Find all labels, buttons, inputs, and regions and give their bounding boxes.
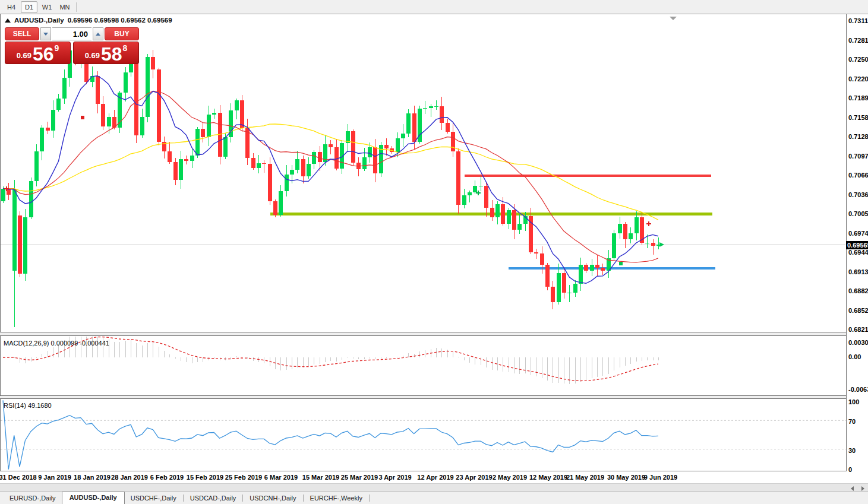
time-axis-label: 30 May 2019 [607,474,645,481]
macd-pane[interactable] [0,336,847,396]
macd-axis-label: -0.006311 [848,386,868,393]
current-price-tag: 0.69569 [846,241,868,249]
sell-price-tile[interactable]: 0.69 56 9 [5,42,71,64]
sell-button[interactable]: SELL [5,27,39,40]
timeframe-button-d1[interactable]: D1 [21,1,37,13]
price-axis-label: 0.72505 [848,56,868,63]
bottom-scroll-strip [0,483,868,492]
chart-tab-eurchf[interactable]: EURCHF-,Weekly [304,493,368,504]
chart-symbol-label: AUDUSD-,Daily [14,17,64,24]
rsi-axis-label: 30 [848,447,856,454]
price-axis-label: 0.68520 [848,307,868,314]
time-axis-label: 15 Mar 2019 [302,474,339,481]
macd-axis-label: 0.003035 [848,339,868,346]
volume-input[interactable] [52,27,91,40]
buy-price-base: 0.69 [85,51,100,60]
timeframe-button-h4[interactable]: H4 [3,1,20,13]
time-axis-label: 9 Jan 2019 [38,474,71,481]
toolbar-separator [76,2,77,12]
tab-separator [242,495,243,502]
time-axis-label: 15 Feb 2019 [187,474,223,481]
one-click-trading-panel: SELL BUY 0.69 56 9 0.69 58 8 [5,27,139,64]
rsi-pane[interactable] [0,399,847,471]
price-axis-label: 0.71890 [848,94,868,102]
macd-axis-label: 0.00 [848,353,861,360]
chart-tab-eurusd[interactable]: EURUSD-,Daily [4,493,62,504]
sell-price-big: 56 [33,46,54,62]
time-axis-label: 31 Dec 2018 [0,474,37,481]
chart-scroll-marker-icon[interactable] [670,17,677,20]
scroll-left-icon[interactable] [851,486,854,491]
time-axis-label: 6 Feb 2019 [150,474,184,481]
timeframe-button-mn[interactable]: MN [56,1,73,13]
scroll-right-icon[interactable] [861,486,864,491]
time-axis-label: 25 Feb 2019 [225,474,262,481]
timeframe-button-w1[interactable]: W1 [39,1,55,13]
price-axis-label: 0.70360 [848,191,868,198]
buy-price-tile[interactable]: 0.69 58 8 [73,42,139,64]
time-axis-label: 3 Apr 2019 [378,474,411,481]
rsi-axis-label: 0 [848,466,852,473]
chart-tab-usdcnh[interactable]: USDCNH-,Daily [244,493,302,504]
price-axis-label: 0.68210 [848,326,868,333]
price-axis-label: 0.70050 [848,210,868,217]
buy-price-sup: 8 [123,43,128,53]
mt4-window: H4D1W1MN AUDUSD-,Daily 0.69596 0.69598 0… [0,0,868,504]
time-axis-label: 12 Apr 2019 [417,474,453,481]
rsi-axis-label: 70 [848,418,856,425]
chart-title: AUDUSD-,Daily 0.69596 0.69598 0.69562 0.… [5,17,172,24]
macd-label: MACD(12,26,9) 0.000099 -0.000441 [4,340,109,347]
time-axis-label: 25 Mar 2019 [341,474,378,481]
chart-tab-bar: EURUSD-,DailyAUDUSD-,DailyUSDCHF-,DailyU… [0,492,868,504]
arrow-up-icon [96,33,100,36]
time-axis-label: 12 May 2019 [529,474,567,481]
chart-ohlc-values: 0.69596 0.69598 0.69562 0.69569 [68,17,172,24]
arrow-down-icon [43,33,48,36]
rsi-label: RSI(14) 49.1680 [4,402,52,409]
one-click-collapse-icon[interactable] [5,18,11,23]
time-axis-label: 21 May 2019 [566,474,604,481]
price-axis-label: 0.71280 [848,133,868,140]
sell-price-base: 0.69 [17,51,31,60]
time-axis[interactable]: 31 Dec 20189 Jan 201918 Jan 201928 Jan 2… [0,471,846,483]
price-axis-label: 0.70665 [848,172,868,179]
volume-increase-button[interactable] [93,27,103,40]
price-axis-label: 0.72810 [848,37,868,44]
chart-tab-audusd[interactable]: AUDUSD-,Daily [62,492,125,504]
price-axis-label: 0.70970 [848,153,868,160]
price-axis-label: 0.69745 [848,230,868,237]
time-axis-label: 23 Apr 2019 [456,474,492,481]
sell-price-sup: 9 [55,43,59,53]
tab-separator [303,495,304,502]
chart-tab-usdchf[interactable]: USDCHF-,Daily [125,493,182,504]
price-axis-label: 0.69440 [848,249,868,256]
price-axis-label: 0.69130 [848,268,868,275]
buy-price-big: 58 [101,46,122,62]
tab-separator [183,495,184,502]
time-axis-label: 2 May 2019 [493,474,527,481]
price-axis-label: 0.72200 [848,75,868,83]
chart-tab-usdcad[interactable]: USDCAD-,Daily [184,493,242,504]
buy-button[interactable]: BUY [105,27,139,40]
tab-separator [369,495,370,502]
time-axis-label: 28 Jan 2019 [111,474,148,481]
price-axis-label: 0.73115 [848,17,868,24]
price-axis-label: 0.68825 [848,287,868,294]
volume-decrease-button[interactable] [40,27,51,40]
time-axis-label: 9 Jun 2019 [644,474,677,481]
price-axis-label: 0.71585 [848,114,868,121]
rsi-axis-label: 100 [848,398,859,405]
time-axis-label: 18 Jan 2019 [74,474,111,481]
time-axis-label: 6 Mar 2019 [264,474,298,481]
timeframe-toolbar: H4D1W1MN [0,0,868,14]
